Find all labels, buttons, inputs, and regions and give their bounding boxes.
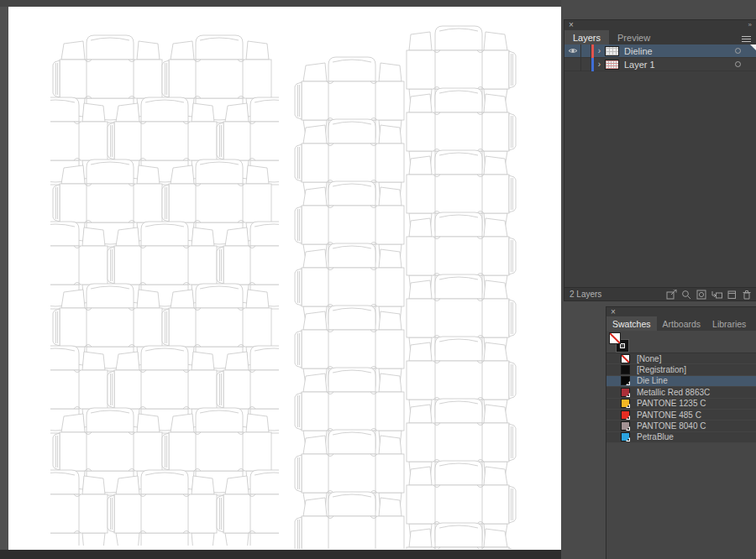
eye-icon <box>568 47 578 55</box>
swatch-none-icon <box>621 354 630 363</box>
layer-target-icon[interactable] <box>735 48 741 54</box>
close-icon[interactable]: × <box>611 309 616 316</box>
swatch-name: PANTONE 8040 C <box>637 421 706 431</box>
swatches-panel-titlebar: × <box>606 307 756 316</box>
layer-name: Dieline <box>624 46 653 56</box>
swatch-row-pantone-8040-c[interactable]: PANTONE 8040 C <box>606 421 756 431</box>
swatch-color-icon <box>621 365 630 374</box>
swatch-row-pantone-485-c[interactable]: PANTONE 485 C <box>606 410 756 421</box>
swatches-panel: × SwatchesArtboardsLibrariesGradient [No… <box>606 307 756 559</box>
swatch-row-petrablue[interactable]: PetraBlue <box>606 432 756 443</box>
layers-panel-titlebar: × » <box>564 20 756 30</box>
swatch-row-registration[interactable]: [Registration] <box>606 364 756 375</box>
collapse-panel-icon[interactable]: » <box>748 22 752 29</box>
layer-row-layer-1[interactable]: ›Layer 1 <box>564 58 756 71</box>
expand-chevron-icon[interactable]: › <box>594 46 605 55</box>
canvas-bottom-edge <box>0 550 561 559</box>
swatch-row-pantone-1235-c[interactable]: PANTONE 1235 C <box>606 399 756 410</box>
swatch-list: [None][Registration]Die LineMetallic Red… <box>606 353 756 443</box>
locate-object-icon[interactable] <box>680 290 693 300</box>
swatch-color-icon <box>621 421 630 431</box>
swatches-panel-tabs: SwatchesArtboardsLibrariesGradient <box>606 316 756 331</box>
tab-swatches[interactable]: Swatches <box>606 316 657 331</box>
layers-panel-footer: 2 Layers <box>564 287 756 300</box>
artboard[interactable] <box>8 7 561 550</box>
swatch-color-icon <box>621 399 630 408</box>
tab-layers[interactable]: Layers <box>564 30 609 44</box>
fill-proxy-none-icon[interactable] <box>609 332 621 344</box>
swatch-row-metallic-red-8863c[interactable]: Metallic Red 8863C <box>606 387 756 398</box>
swatch-color-icon <box>621 410 630 420</box>
delete-selection-icon[interactable] <box>741 290 753 300</box>
tab-gradient[interactable]: Gradient <box>752 316 756 331</box>
make-clipping-mask-icon[interactable] <box>696 290 708 300</box>
layer-thumbnail <box>605 60 619 70</box>
layers-panel: × » LayersPreview ›Dieline›Layer 1 2 Lay… <box>564 20 756 300</box>
layer-thumbnail <box>605 46 619 56</box>
visibility-toggle[interactable] <box>564 58 581 71</box>
panel-dock: × » LayersPreview ›Dieline›Layer 1 2 Lay… <box>561 0 756 559</box>
swatch-name: PetraBlue <box>637 432 674 441</box>
swatch-color-icon <box>621 376 630 385</box>
swatch-name: Die Line <box>637 376 668 385</box>
layers-count: 2 Layers <box>570 290 665 299</box>
canvas-top-edge <box>0 0 561 7</box>
panel-menu-icon[interactable] <box>742 34 751 41</box>
swatch-color-icon <box>621 388 630 397</box>
create-new-layer-icon[interactable] <box>726 290 738 300</box>
swatch-name: PANTONE 1235 C <box>637 399 706 408</box>
swatch-row-die-line[interactable]: Die Line <box>606 376 756 387</box>
visibility-toggle[interactable] <box>564 44 581 58</box>
selected-art-indicator <box>750 44 756 50</box>
swatch-name: [Registration] <box>637 365 686 374</box>
close-icon[interactable]: × <box>569 22 574 29</box>
layer-target-icon[interactable] <box>735 61 741 67</box>
layers-panel-tabs: LayersPreview <box>564 30 756 44</box>
swatch-color-icon <box>621 432 630 441</box>
layer-row-dieline[interactable]: ›Dieline <box>564 44 756 58</box>
swatch-name: [None] <box>637 354 661 363</box>
tab-preview[interactable]: Preview <box>609 30 659 44</box>
collect-for-export-icon[interactable] <box>665 290 678 300</box>
create-new-sublayer-icon[interactable] <box>711 290 723 300</box>
dieline-artwork <box>8 7 561 550</box>
lock-toggle[interactable] <box>581 44 591 58</box>
layer-name: Layer 1 <box>624 60 655 70</box>
tab-libraries[interactable]: Libraries <box>706 316 752 331</box>
swatch-name: Metallic Red 8863C <box>637 388 710 397</box>
swatch-row-none[interactable]: [None] <box>606 353 756 364</box>
layers-list: ›Dieline›Layer 1 <box>564 44 756 287</box>
expand-chevron-icon[interactable]: › <box>594 60 605 69</box>
swatch-name: PANTONE 485 C <box>637 410 701 420</box>
lock-toggle[interactable] <box>581 58 591 71</box>
fill-stroke-proxy <box>609 332 756 353</box>
document-window <box>0 0 561 559</box>
tab-artboards[interactable]: Artboards <box>657 316 707 331</box>
